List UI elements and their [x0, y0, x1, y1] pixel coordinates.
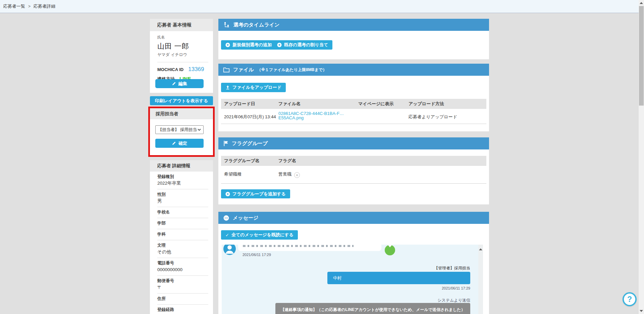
col-mypage-display: マイページに表示: [358, 99, 394, 109]
add-new-selection-label: 新規個別選考の追加: [232, 42, 272, 48]
breadcrumb-separator: >: [28, 4, 31, 9]
file-upload-method: 応募者よりアップロード: [409, 114, 457, 120]
col-flag-group-name: フラググループ名: [224, 156, 260, 166]
pencil-icon: [172, 141, 176, 145]
print-layout-button[interactable]: 印刷レイアウトを表示する: [150, 96, 213, 105]
detail-field: 学部: [157, 218, 208, 229]
incoming-timestamp: 2021/06/11 17:29: [243, 253, 271, 257]
chat-scroll-up-arrow[interactable]: [479, 248, 482, 250]
files-table-header: アップロード日 ファイル名 マイページに表示 アップロード方法: [221, 99, 486, 109]
files-panel: ファイル （※１ファイルあたり上限8MBまで） ファイルをアップロード アップロ…: [218, 64, 489, 131]
flag-group-title: フラググループ: [232, 140, 268, 147]
flag-group-name: 希望職種: [224, 171, 241, 177]
file-upload-date[interactable]: 2021年06月07日(月) 13:44: [224, 114, 276, 120]
mark-all-read-label: 全てのメッセージを既読にする: [231, 232, 293, 238]
plus-circle-icon: [277, 43, 282, 47]
add-new-selection-button[interactable]: 新規個別選考の追加: [221, 40, 276, 50]
add-flag-group-button[interactable]: フラググループを追加する: [221, 189, 290, 198]
name-label: 氏名: [157, 35, 213, 40]
recruiter-section-highlighted: 採用担当者 【担当者】 採用担当 確定: [148, 107, 215, 157]
recruiter-title: 採用担当者: [150, 108, 213, 119]
flag-table-header: フラググループ名 フラグ名: [221, 156, 486, 166]
detail-field: 電話番号 0000000000: [157, 258, 208, 276]
basic-info-panel: 応募者 基本情報 氏名 山田 一郎 ヤマダ イチロウ MOCHICA ID 13…: [150, 19, 213, 93]
chat-scrollbar[interactable]: [478, 245, 483, 314]
detail-field: 登録経路: [157, 305, 208, 314]
plus-circle-icon: [225, 192, 230, 196]
detail-field: 郵便番号 〒: [157, 276, 208, 294]
col-upload-date: アップロード日: [224, 99, 255, 109]
help-button[interactable]: ?: [623, 292, 637, 306]
detail-info-title: 応募者 詳細情報: [150, 160, 213, 172]
plus-circle-icon: [225, 43, 230, 47]
detail-field: 住所: [157, 294, 208, 305]
timeline-title: 選考のタイムライン: [233, 22, 279, 28]
applicant-name: 山田 一郎: [157, 42, 213, 51]
assign-existing-selection-button[interactable]: 既存の選考の割り当て: [273, 40, 332, 50]
row-divider: [221, 183, 486, 184]
page-scrollbar-thumb[interactable]: [639, 6, 644, 106]
selection-timeline-icon: [223, 21, 230, 28]
page-scrollbar[interactable]: [639, 0, 644, 314]
edit-button-label: 編集: [178, 81, 187, 87]
recruiter-select-value: 【担当者】 採用担当: [158, 127, 198, 133]
applicant-avatar: [223, 245, 236, 256]
upload-icon: [225, 85, 230, 90]
chevron-down-icon: [198, 129, 201, 131]
detail-field: 学校名: [157, 207, 208, 218]
add-flag-icon[interactable]: +: [294, 172, 300, 178]
applicant-kana: ヤマダ イチロウ: [157, 52, 213, 58]
detail-field: 学科: [157, 229, 208, 240]
detail-field: 登録種別 2022年卒業: [157, 172, 208, 189]
chat-scroll-area[interactable]: 2021/06/11 17:29 【管理者】採用担当 中村 2021/06/11…: [222, 245, 483, 314]
assign-existing-selection-label: 既存の選考の割り当て: [284, 42, 328, 48]
col-upload-method: アップロード方法: [409, 99, 444, 109]
outgoing-bubble: 中村: [327, 272, 470, 284]
green-emoji-icon: [385, 245, 395, 257]
files-title: ファイル: [233, 67, 254, 73]
timeline-panel-header: 選考のタイムライン: [218, 19, 489, 31]
flag-name: 営業職+: [278, 171, 300, 178]
files-size-note: （※１ファイルあたり上限8MBまで）: [257, 67, 327, 73]
files-panel-header: ファイル （※１ファイルあたり上限8MBまで）: [218, 64, 489, 76]
row-divider: [221, 124, 486, 124]
upload-file-button[interactable]: ファイルをアップロード: [221, 83, 286, 92]
system-bubble: 【連絡事項の通知】（この応募者のLINEアカウントが使用できないため、メールで送…: [275, 303, 470, 314]
detail-info-panel: 応募者 詳細情報 登録種別 2022年卒業 性別 男 学校名 学部 学科 文理 …: [150, 160, 213, 314]
file-name-link[interactable]: 02861A8C-C728-444C-B1BA-F… E55ACA.png: [278, 111, 344, 120]
system-sender-label: システムより送信: [437, 298, 470, 303]
outgoing-sender: 【管理者】採用担当: [434, 265, 470, 271]
col-flag-name: フラグ名: [278, 156, 296, 166]
recruiter-select[interactable]: 【担当者】 採用担当: [155, 125, 204, 134]
flag-icon: [223, 140, 228, 146]
detail-field: 文理 その他: [157, 240, 208, 258]
folder-icon: [223, 67, 230, 73]
confirm-button[interactable]: 確定: [155, 139, 204, 148]
breadcrumb-link-applicant-list[interactable]: 応募者一覧: [3, 3, 25, 9]
page: 応募者一覧 > 応募者詳細 応募者 基本情報 氏名 山田 一郎 ヤマダ イチロウ…: [0, 0, 644, 314]
messages-panel: メッセージ ✓ 全てのメッセージを既読にする 2021/06/11 17:29 …: [218, 212, 489, 314]
upload-file-label: ファイルをアップロード: [232, 84, 281, 90]
incoming-bubble-clipped: [238, 245, 381, 251]
detail-field: 性別 男: [157, 189, 208, 207]
add-flag-group-label: フラググループを追加する: [232, 191, 286, 197]
mark-all-read-button[interactable]: ✓ 全てのメッセージを既読にする: [221, 230, 298, 240]
clipped-message-text: [243, 245, 354, 247]
confirm-button-label: 確定: [178, 140, 187, 146]
mochica-id-label: MOCHICA ID: [157, 67, 183, 72]
chat-bubble-icon: [223, 215, 229, 221]
messages-title: メッセージ: [233, 215, 258, 221]
divider: [157, 62, 208, 62]
flag-group-panel: フラググループ フラググループ名 フラグ名 希望職種 営業職+ フラググループを…: [218, 137, 489, 204]
print-layout-label: 印刷レイアウトを表示する: [155, 98, 208, 104]
page-scroll-down-arrow[interactable]: [640, 310, 643, 312]
flag-group-panel-header: フラググループ: [218, 137, 489, 149]
timeline-panel: 選考のタイムライン 新規個別選考の追加 既存の選考の割り当て: [218, 19, 489, 59]
page-scroll-up-arrow[interactable]: [640, 2, 643, 4]
breadcrumb: 応募者一覧 > 応募者詳細: [0, 0, 644, 13]
edit-button[interactable]: 編集: [155, 79, 204, 88]
basic-info-title: 応募者 基本情報: [150, 19, 213, 31]
check-icon: ✓: [225, 233, 229, 238]
mochica-id-value: 13369: [188, 66, 204, 73]
messages-panel-header: メッセージ: [218, 212, 489, 224]
